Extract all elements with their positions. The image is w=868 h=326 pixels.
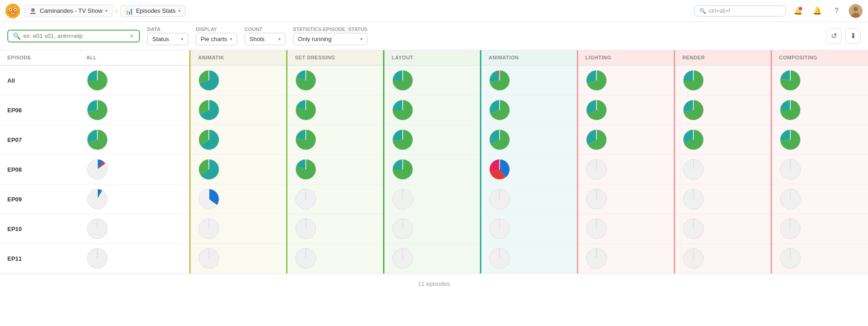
pie-chart [392, 69, 414, 91]
pie-cell-col-animation[interactable] [480, 184, 577, 214]
filter-clear-icon[interactable]: ✕ [129, 32, 134, 40]
count-value: Shots [250, 36, 265, 42]
count-filter: COUNT Shots ▾ [245, 26, 286, 45]
pie-cell-col-animation[interactable] [480, 65, 577, 95]
data-filter: DATA Status ▾ [147, 26, 188, 45]
refresh-button[interactable]: ↺ [826, 28, 841, 44]
episode-cell: EP09 [0, 184, 79, 214]
pie-chart [586, 247, 607, 269]
pie-cell-col-all[interactable] [79, 244, 190, 273]
pie-chart [392, 99, 414, 121]
help-button[interactable]: ? [830, 4, 843, 18]
pie-cell-col-animation[interactable] [480, 125, 577, 155]
global-search-placeholder: ctrl+alt+f [709, 8, 730, 14]
status-filter: STATISTICS.EPISODE_STATUS Only running ▾ [293, 26, 367, 45]
pie-cell-col-render[interactable] [674, 214, 771, 244]
pie-cell-col-animation[interactable] [480, 155, 577, 184]
pie-chart [295, 99, 317, 121]
pie-cell-col-render[interactable] [674, 155, 771, 184]
pie-cell-col-lighting[interactable] [577, 214, 674, 244]
pie-cell-col-render[interactable] [674, 244, 771, 273]
pie-cell-col-lighting[interactable] [577, 244, 674, 273]
pie-chart [489, 218, 511, 240]
pie-cell-col-render[interactable] [674, 125, 771, 155]
pie-cell-col-layout[interactable] [384, 95, 481, 125]
pie-cell-col-compositing[interactable] [771, 244, 868, 273]
pie-cell-col-animation[interactable] [480, 214, 577, 244]
pie-cell-col-layout[interactable] [384, 125, 481, 155]
pie-cell-col-animatik[interactable] [190, 244, 287, 273]
pie-chart [392, 247, 414, 269]
pie-cell-col-animation[interactable] [480, 244, 577, 273]
notifications-button[interactable]: 🔔 [810, 4, 824, 18]
pie-cell-col-all[interactable] [79, 184, 190, 214]
pie-cell-col-lighting[interactable] [577, 184, 674, 214]
pie-cell-col-render[interactable] [674, 95, 771, 125]
project-nav-item[interactable]: Caminandes - TV Show ▾ [24, 5, 112, 17]
pie-cell-col-lighting[interactable] [577, 65, 674, 95]
pie-chart [295, 247, 317, 269]
pie-chart [682, 99, 704, 121]
display-filter: DISPLAY Pie charts ▾ [196, 26, 237, 45]
pie-cell-col-compositing[interactable] [771, 125, 868, 155]
pie-cell-col-animatik[interactable] [190, 155, 287, 184]
pie-cell-col-setdressing[interactable] [287, 214, 384, 244]
pie-chart [198, 188, 220, 210]
episode-cell: EP06 [0, 95, 79, 125]
download-button[interactable]: ⬇ [845, 28, 861, 44]
pie-cell-col-lighting[interactable] [577, 155, 674, 184]
table-row: All [0, 65, 868, 95]
status-dropdown[interactable]: Only running ▾ [293, 33, 367, 45]
pie-cell-col-layout[interactable] [384, 184, 481, 214]
pie-cell-col-setdressing[interactable] [287, 125, 384, 155]
pie-cell-col-layout[interactable] [384, 155, 481, 184]
pie-cell-col-all[interactable] [79, 214, 190, 244]
pie-cell-col-setdressing[interactable] [287, 184, 384, 214]
pie-cell-col-all[interactable] [79, 95, 190, 125]
pie-cell-col-animatik[interactable] [190, 214, 287, 244]
pie-chart [86, 158, 108, 180]
pie-chart [392, 218, 414, 240]
pie-cell-col-all[interactable] [79, 125, 190, 155]
page-nav-item[interactable]: 📊 Episodes Stats ▾ [120, 5, 186, 17]
pie-cell-col-layout[interactable] [384, 65, 481, 95]
pie-cell-col-animatik[interactable] [190, 184, 287, 214]
pie-cell-col-lighting[interactable] [577, 95, 674, 125]
pie-cell-col-lighting[interactable] [577, 125, 674, 155]
pie-cell-col-animatik[interactable] [190, 125, 287, 155]
pie-chart [198, 158, 220, 180]
pie-cell-col-setdressing[interactable] [287, 65, 384, 95]
pie-cell-col-all[interactable] [79, 155, 190, 184]
pie-cell-col-animation[interactable] [480, 95, 577, 125]
pie-cell-col-setdressing[interactable] [287, 95, 384, 125]
global-search[interactable]: 🔍 ctrl+alt+f [694, 5, 786, 16]
filter-search-input[interactable] [23, 32, 126, 39]
notifications-alert-button[interactable]: 🔔 [791, 4, 805, 18]
pie-cell-col-layout[interactable] [384, 214, 481, 244]
pie-cell-col-compositing[interactable] [771, 184, 868, 214]
stats-table-container: EPISODE ALL ANIMATIK SET DRESSING LAYOUT… [0, 50, 868, 294]
table-row: EP11 [0, 244, 868, 273]
pie-cell-col-layout[interactable] [384, 244, 481, 273]
filter-search-wrap[interactable]: 🔍 ✕ [7, 30, 140, 42]
pie-cell-col-setdressing[interactable] [287, 155, 384, 184]
count-dropdown[interactable]: Shots ▾ [245, 33, 286, 45]
pie-cell-col-all[interactable] [79, 65, 190, 95]
pie-cell-col-compositing[interactable] [771, 214, 868, 244]
display-dropdown[interactable]: Pie charts ▾ [196, 33, 237, 45]
pie-chart [779, 218, 801, 240]
pie-chart [392, 129, 414, 151]
table-footer: 11 episodes [0, 273, 868, 294]
status-value: Only running [298, 36, 332, 42]
data-dropdown[interactable]: Status ▾ [147, 33, 188, 45]
pie-cell-col-compositing[interactable] [771, 155, 868, 184]
pie-cell-col-render[interactable] [674, 184, 771, 214]
pie-cell-col-compositing[interactable] [771, 95, 868, 125]
pie-cell-col-animatik[interactable] [190, 65, 287, 95]
pie-cell-col-animatik[interactable] [190, 95, 287, 125]
pie-cell-col-setdressing[interactable] [287, 244, 384, 273]
episode-cell: All [0, 65, 79, 95]
pie-cell-col-render[interactable] [674, 65, 771, 95]
avatar[interactable] [849, 4, 863, 18]
pie-cell-col-compositing[interactable] [771, 65, 868, 95]
